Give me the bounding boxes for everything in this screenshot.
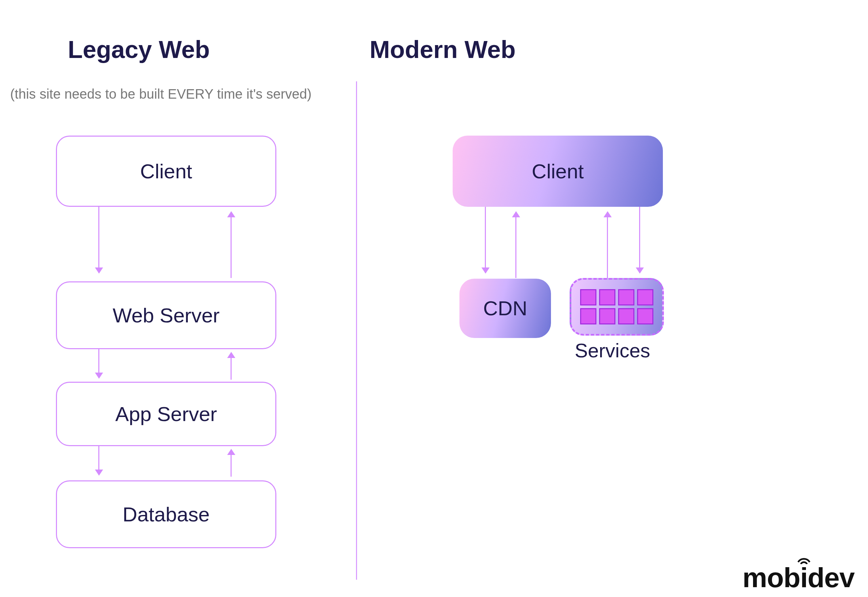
arrow-cdn-to-client-up [516,212,516,278]
modern-client-box: Client [453,136,663,207]
arrow-app-to-db-down [98,446,100,475]
legacy-subtitle: (this site needs to be built EVERY time … [10,86,312,102]
modern-cdn-box: CDN [459,279,551,338]
modern-client-label: Client [532,160,584,183]
arrow-services-to-client-up [607,212,608,278]
arrow-client-to-services-down [639,207,640,273]
legacy-database-label: Database [123,503,210,526]
brand-logo: mobi dev [743,562,855,594]
legacy-title: Legacy Web [68,36,210,63]
diagram-canvas: Legacy Web Modern Web (this site needs t… [0,0,868,597]
modern-services-box [569,278,664,336]
arrow-web-to-app-down [98,349,100,378]
arrow-client-to-web-down [98,207,100,273]
legacy-appserver-box: App Server [56,382,276,446]
services-grid-icon [580,289,653,324]
modern-cdn-label: CDN [483,297,527,320]
legacy-client-box: Client [56,136,276,207]
arrow-client-to-cdn-down [485,207,486,273]
modern-services-label: Services [575,339,650,362]
legacy-appserver-label: App Server [115,402,217,426]
modern-title: Modern Web [370,36,516,63]
arrow-db-to-app-up [230,450,232,477]
column-divider [356,82,357,580]
wifi-icon [797,554,811,564]
arrow-web-to-client-up [230,212,232,278]
arrow-app-to-web-up [230,353,232,380]
legacy-database-box: Database [56,480,276,548]
legacy-client-label: Client [140,160,192,183]
legacy-webserver-box: Web Server [56,281,276,349]
legacy-webserver-label: Web Server [113,304,220,327]
